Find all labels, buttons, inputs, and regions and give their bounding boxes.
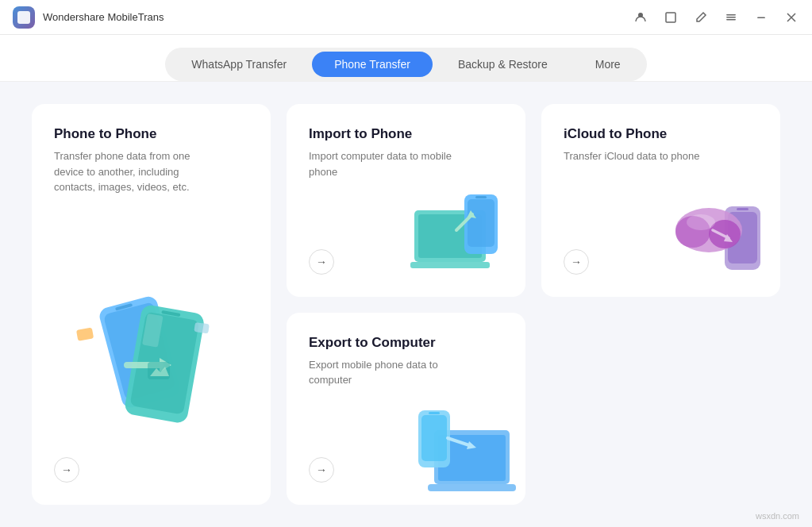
svg-rect-36 [428, 484, 516, 491]
tab-whatsapp[interactable]: WhatsApp Transfer [169, 52, 309, 77]
card-icloud-arrow[interactable]: → [564, 249, 589, 275]
nav-tabs: WhatsApp Transfer Phone Transfer Backup … [165, 48, 646, 81]
svg-rect-16 [194, 322, 209, 333]
window-controls [633, 10, 799, 25]
export-illustration [414, 398, 518, 494]
card-icloud-desc: Transfer iCloud data to phone [564, 148, 722, 164]
svg-rect-39 [429, 412, 440, 414]
card-import-title: Import to Phone [309, 126, 503, 142]
card-export-desc: Export mobile phone data to computer [309, 357, 468, 388]
svg-rect-15 [76, 328, 94, 341]
card-phone-to-phone-arrow[interactable]: → [54, 457, 79, 483]
phone-to-phone-illustration [64, 283, 239, 441]
edit-icon[interactable] [693, 10, 709, 25]
watermark: wsxdn.com [756, 511, 799, 521]
svg-rect-5 [757, 17, 765, 18]
card-phone-to-phone-desc: Transfer phone data from one device to a… [54, 148, 213, 195]
titlebar-left: Wondershare MobileTrans [13, 6, 164, 29]
card-export-to-computer[interactable]: Export to Computer Export mobile phone d… [287, 313, 525, 506]
app-title: Wondershare MobileTrans [43, 11, 164, 23]
window-icon[interactable] [663, 10, 679, 25]
svg-rect-2 [726, 14, 736, 16]
card-import-arrow[interactable]: → [309, 249, 334, 275]
svg-rect-24 [475, 196, 487, 198]
app-logo [13, 6, 35, 29]
card-icloud-title: iCloud to Phone [564, 126, 758, 142]
svg-rect-28 [737, 208, 749, 210]
minimize-button[interactable] [753, 10, 769, 25]
tab-more[interactable]: More [573, 52, 643, 77]
close-button[interactable] [783, 10, 799, 25]
nav-area: WhatsApp Transfer Phone Transfer Backup … [0, 35, 812, 82]
svg-rect-1 [666, 13, 675, 22]
card-icloud-to-phone[interactable]: iCloud to Phone Transfer iCloud data to … [541, 104, 780, 297]
card-phone-to-phone[interactable]: Phone to Phone Transfer phone data from … [32, 104, 271, 505]
icloud-illustration [669, 187, 772, 282]
cards-grid: Phone to Phone Transfer phone data from … [32, 104, 780, 505]
card-export-arrow[interactable]: → [309, 457, 334, 483]
card-import-to-phone[interactable]: Import to Phone Import computer data to … [287, 104, 525, 297]
svg-point-32 [687, 214, 715, 230]
main-content: Phone to Phone Transfer phone data from … [0, 82, 812, 527]
svg-rect-21 [410, 262, 490, 268]
titlebar: Wondershare MobileTrans [0, 0, 812, 35]
import-illustration [410, 187, 514, 282]
card-export-title: Export to Computer [309, 335, 503, 351]
tab-backup[interactable]: Backup & Restore [436, 52, 570, 77]
account-icon[interactable] [633, 10, 648, 25]
card-phone-to-phone-title: Phone to Phone [54, 126, 248, 142]
svg-rect-3 [726, 17, 736, 18]
menu-icon[interactable] [723, 10, 739, 25]
card-import-desc: Import computer data to mobile phone [309, 148, 468, 179]
svg-rect-38 [421, 415, 447, 461]
svg-rect-23 [468, 199, 495, 247]
svg-rect-4 [726, 19, 736, 21]
tab-phone[interactable]: Phone Transfer [312, 52, 433, 77]
